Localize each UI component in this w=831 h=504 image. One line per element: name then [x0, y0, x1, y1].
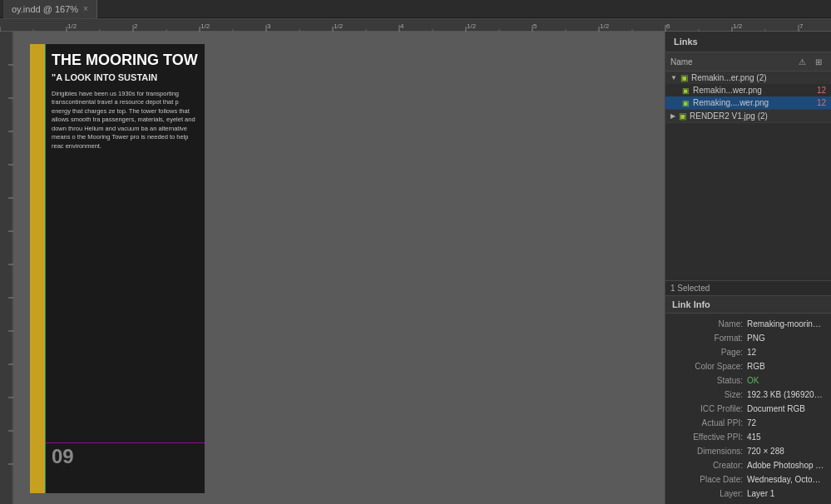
link-info-table: Name: Remaking-mooring-tower.png Format:… — [665, 314, 831, 505]
info-label-creator: Creator: — [672, 459, 747, 472]
warning-icon-btn[interactable]: ⚠ — [794, 55, 809, 68]
info-row-name: Name: Remaking-mooring-tower.png — [672, 317, 824, 331]
page-number: 09 — [52, 445, 74, 468]
ruler-top-svg: 1/2 2 1/2 3 1/2 4 1/2 5 1/2 6 1/2 7 — [0, 18, 831, 32]
link-icon-1: ▣ — [682, 86, 690, 95]
group-icon-2: ▣ — [679, 111, 686, 121]
svg-text:1/2: 1/2 — [67, 22, 77, 30]
link-group-1: ▼ ▣ Remakin...er.png (2) ▣ Remakin...wer… — [665, 72, 831, 110]
svg-text:6: 6 — [666, 22, 670, 30]
relink-icon-btn[interactable]: ⊞ — [811, 55, 826, 68]
column-name-label: Name — [670, 57, 793, 67]
panel-header: Links — [665, 32, 831, 52]
link-group-1-header[interactable]: ▼ ▣ Remakin...er.png (2) — [665, 72, 831, 84]
info-value-colorspace: RGB — [747, 360, 824, 373]
svg-text:1/2: 1/2 — [200, 22, 210, 30]
svg-text:1/2: 1/2 — [467, 22, 477, 30]
page-title: THE MOORING TOW — [52, 52, 198, 69]
page-subtitle: "A LOOK INTO SUSTAIN — [52, 72, 198, 83]
group-name-1: Remakin...er.png (2) — [691, 73, 826, 82]
info-label-colorspace: Color Space: — [672, 360, 747, 373]
main-area: THE MOORING TOW "A LOOK INTO SUSTAIN Dir… — [0, 32, 831, 504]
group-icon-1: ▣ — [680, 73, 688, 82]
info-row-actual-ppi: Actual PPI: 72 — [672, 416, 824, 430]
svg-text:4: 4 — [400, 22, 404, 30]
info-label-size: Size: — [672, 388, 747, 401]
ruler-top: 1/2 2 1/2 3 1/2 4 1/2 5 1/2 6 1/2 7 — [0, 18, 831, 32]
info-value-format: PNG — [747, 332, 824, 344]
links-panel: Links Name ⚠ ⊞ ▼ ▣ Remakin...er.png (2) … — [665, 32, 831, 504]
info-row-modified: Modified: Tuesday, October 3, 2023 7:58 … — [672, 501, 824, 505]
info-value-layer: Layer 1 — [747, 487, 824, 500]
info-label-dimensions: Dimensions: — [672, 445, 747, 457]
info-label-name: Name: — [672, 318, 747, 330]
link-page-1: 12 — [817, 86, 826, 95]
selected-info: 1 Selected — [665, 280, 831, 296]
info-value-dimensions: 720 × 288 — [747, 445, 824, 457]
info-row-layer: Layer: Layer 1 — [672, 487, 824, 501]
info-row-creator: Creator: Adobe Photoshop 24.6 (Windows) — [672, 458, 824, 472]
info-row-dimensions: Dimensions: 720 × 288 — [672, 444, 824, 458]
info-label-effective-ppi: Effective PPI: — [672, 431, 747, 443]
info-value-effective-ppi: 415 — [747, 431, 824, 443]
selected-count: 1 Selected — [670, 284, 710, 293]
expand-arrow-2: ▶ — [670, 112, 675, 120]
info-row-place-date: Place Date: Wednesday, October 4, 2023 6… — [672, 472, 824, 487]
page-content: THE MOORING TOW "A LOOK INTO SUSTAIN Dir… — [45, 44, 205, 493]
info-value-size: 192.3 KB (196920 bytes) — [747, 388, 824, 401]
info-label-actual-ppi: Actual PPI: — [672, 417, 747, 429]
link-name-2: Remaking....wer.png — [693, 98, 814, 107]
info-value-name: Remaking-mooring-tower.png — [747, 318, 824, 330]
link-info-header: Link Info — [665, 296, 831, 314]
group-name-2: RENDER2 V1.jpg (2) — [690, 111, 826, 121]
page-yellow-bar — [30, 44, 45, 493]
info-value-actual-ppi: 72 — [747, 417, 824, 429]
info-row-icc: ICC Profile: Document RGB — [672, 402, 824, 416]
ruler-left-svg — [0, 32, 13, 504]
info-row-colorspace: Color Space: RGB — [672, 359, 824, 373]
info-label-layer: Layer: — [672, 487, 747, 500]
canvas-area: THE MOORING TOW "A LOOK INTO SUSTAIN Dir… — [13, 32, 665, 504]
info-row-effective-ppi: Effective PPI: 415 — [672, 430, 824, 444]
info-label-format: Format: — [672, 332, 747, 344]
svg-text:3: 3 — [267, 22, 271, 30]
info-label-icc: ICC Profile: — [672, 403, 747, 415]
link-icon-2: ▣ — [682, 99, 690, 107]
document-page: THE MOORING TOW "A LOOK INTO SUSTAIN Dir… — [30, 44, 205, 493]
link-group-2: ▶ ▣ RENDER2 V1.jpg (2) — [665, 110, 831, 123]
link-info-section: Link Info Name: Remaking-mooring-tower.p… — [665, 296, 831, 505]
info-value-creator: Adobe Photoshop 24.6 (Windows) — [747, 459, 824, 472]
panel-toolbar: Name ⚠ ⊞ — [665, 52, 831, 72]
info-row-page: Page: 12 — [672, 345, 824, 359]
svg-text:5: 5 — [533, 22, 537, 30]
tab-close-button[interactable]: × — [83, 4, 88, 13]
panel-title: Links — [674, 37, 698, 47]
ruler-left — [0, 32, 13, 504]
link-page-2: 12 — [817, 98, 826, 107]
svg-text:2: 2 — [134, 22, 138, 30]
link-group-2-header[interactable]: ▶ ▣ RENDER2 V1.jpg (2) — [665, 110, 831, 122]
svg-rect-38 — [0, 32, 13, 504]
svg-text:1/2: 1/2 — [600, 22, 610, 30]
page-magenta-line — [45, 442, 205, 443]
info-label-modified: Modified: — [672, 502, 747, 505]
page-body: Dirigibles have been us 1930s for transp… — [52, 90, 198, 151]
info-row-status: Status: OK — [672, 373, 824, 388]
link-name-1: Remakin...wer.png — [693, 86, 814, 95]
info-value-status: OK — [747, 374, 824, 387]
svg-text:7: 7 — [799, 22, 804, 30]
info-value-place-date: Wednesday, October 4, 2023 6:46 PM — [747, 473, 824, 486]
svg-text:1/2: 1/2 — [733, 22, 743, 30]
tab-label: oy.indd @ 167% — [12, 4, 78, 14]
info-value-icc: Document RGB — [747, 403, 824, 415]
info-label-place-date: Place Date: — [672, 473, 747, 486]
info-label-status: Status: — [672, 374, 747, 387]
info-label-page: Page: — [672, 346, 747, 358]
links-list[interactable]: ▼ ▣ Remakin...er.png (2) ▣ Remakin...wer… — [665, 72, 831, 280]
link-item-2[interactable]: ▣ Remaking....wer.png 12 — [665, 96, 831, 109]
svg-text:1/2: 1/2 — [334, 22, 344, 30]
tab-bar: oy.indd @ 167% × — [0, 0, 831, 18]
link-item-1[interactable]: ▣ Remakin...wer.png 12 — [665, 84, 831, 96]
document-tab[interactable]: oy.indd @ 167% × — [3, 0, 97, 18]
info-row-format: Format: PNG — [672, 331, 824, 345]
